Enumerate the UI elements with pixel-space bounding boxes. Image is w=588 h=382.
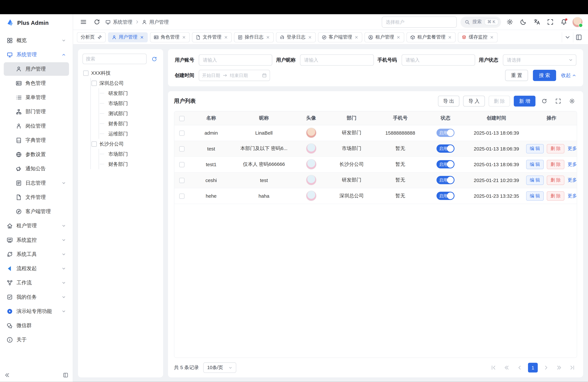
export-button[interactable]: 导 出 xyxy=(438,96,459,106)
delete-row-button[interactable]: 删 除 xyxy=(547,160,565,169)
tab-user-management[interactable]: 用户管理 xyxy=(108,32,147,42)
user-nickname-input[interactable] xyxy=(300,54,374,66)
sidebar-item-file-management[interactable]: 文件管理 xyxy=(4,191,69,204)
reset-button[interactable]: 重 置 xyxy=(505,70,528,81)
more-button[interactable]: 更多 xyxy=(567,177,577,183)
tree-expander-icon[interactable] xyxy=(83,70,88,75)
tree-node[interactable]: 深圳总公司 xyxy=(91,78,159,88)
tree-node[interactable]: 长沙分公司 xyxy=(91,139,159,149)
sidebar-item-system-monitor[interactable]: 系统监控 xyxy=(4,233,69,247)
sidebar-item-dict-management[interactable]: 字典管理 xyxy=(4,133,69,147)
table-settings-button[interactable] xyxy=(567,96,577,106)
tree-expander-icon[interactable] xyxy=(91,141,97,146)
tab-tenant-management[interactable]: 租户管理 xyxy=(365,32,404,42)
user-status-select[interactable]: 请选择 xyxy=(503,54,576,66)
tabs-dropdown-button[interactable] xyxy=(562,32,573,42)
fullscreen-button[interactable] xyxy=(545,17,555,27)
sidebar-item-role-management[interactable]: 角色管理 xyxy=(4,76,69,90)
sidebar-collapse-icon[interactable] xyxy=(5,373,10,378)
sidebar-item-param-settings[interactable]: 参数设置 xyxy=(4,148,69,161)
table-refresh-button[interactable] xyxy=(539,96,549,106)
tab-operation-log[interactable]: 操作日志 xyxy=(234,32,273,42)
sidebar-item-wechat-group[interactable]: 微信群 xyxy=(4,319,69,333)
tree-expander-icon[interactable] xyxy=(91,80,97,85)
jump-back-button[interactable] xyxy=(502,363,512,373)
status-toggle[interactable]: 启用 xyxy=(436,145,454,153)
tab-file-management[interactable]: 文件管理 xyxy=(192,32,231,42)
close-icon[interactable] xyxy=(308,35,312,39)
tab-role-management[interactable]: 角色管理 xyxy=(150,32,189,42)
sidebar-item-my-tasks[interactable]: 我的任务 xyxy=(4,290,69,304)
delete-button[interactable]: 删 除 xyxy=(488,96,510,106)
tree-node[interactable]: 测试部门 xyxy=(99,108,159,119)
row-checkbox[interactable] xyxy=(179,162,185,167)
tab-cache-monitor[interactable]: 缓存监控 xyxy=(458,32,498,42)
breadcrumb-item-user-management[interactable]: 用户管理 xyxy=(142,19,169,25)
close-icon[interactable] xyxy=(182,35,186,39)
status-toggle[interactable]: 启用 xyxy=(436,192,454,200)
close-icon[interactable] xyxy=(140,35,144,39)
sidebar-item-menu-management[interactable]: 菜单管理 xyxy=(4,91,69,105)
tree-node[interactable]: 财务部门 xyxy=(99,119,159,129)
sidebar-item-process-start[interactable]: 流程发起 xyxy=(4,262,69,276)
sidebar-item-workflow[interactable]: 工作流 xyxy=(4,276,69,290)
dark-mode-button[interactable] xyxy=(518,17,528,27)
menu-toggle-button[interactable] xyxy=(78,17,88,27)
tree-refresh-button[interactable] xyxy=(150,54,159,64)
settings-button[interactable] xyxy=(505,17,514,27)
close-icon[interactable] xyxy=(266,35,270,39)
refresh-page-button[interactable] xyxy=(92,17,102,27)
sidebar-item-about[interactable]: 关于 xyxy=(4,333,69,347)
sidebar-item-user-management[interactable]: 用户管理 xyxy=(4,62,69,76)
tab-analysis[interactable]: 分析页 xyxy=(77,32,106,42)
add-button[interactable]: 新 增 xyxy=(514,96,535,106)
row-checkbox[interactable] xyxy=(179,146,185,151)
app-logo[interactable]: Plus Admin xyxy=(0,14,73,31)
page-size-select[interactable]: 10条/页 xyxy=(203,362,236,373)
tab-client-management[interactable]: 客户端管理 xyxy=(318,32,362,42)
tree-node[interactable]: 市场部门 xyxy=(99,149,159,159)
close-icon[interactable] xyxy=(224,35,228,39)
global-search[interactable]: 搜索 ⌘ K xyxy=(460,16,501,28)
prev-page-button[interactable] xyxy=(515,363,525,373)
collapse-filters-link[interactable]: 收起 xyxy=(561,72,576,79)
edit-button[interactable]: 编 辑 xyxy=(526,144,544,153)
edit-button[interactable]: 编 辑 xyxy=(526,191,544,200)
more-button[interactable]: 更多 xyxy=(567,161,577,168)
import-button[interactable]: 导 入 xyxy=(463,96,485,106)
sidebar-item-client-management[interactable]: 客户端管理 xyxy=(4,205,69,218)
row-checkbox[interactable] xyxy=(179,193,185,199)
language-button[interactable] xyxy=(532,17,542,27)
status-toggle[interactable]: 启用 xyxy=(436,176,454,184)
sidebar-item-notice-announcement[interactable]: 通知公告 xyxy=(4,162,69,176)
sidebar-item-system-management[interactable]: 系统管理 xyxy=(4,48,69,62)
phone-number-input[interactable] xyxy=(401,54,475,66)
edit-button[interactable]: 编 辑 xyxy=(526,175,544,185)
jump-forward-button[interactable] xyxy=(554,363,564,373)
tree-node[interactable]: XXX科技 xyxy=(83,68,159,78)
close-icon[interactable] xyxy=(448,35,452,39)
more-button[interactable]: 更多 xyxy=(567,146,577,152)
sidebar-item-demo-features[interactable]: 演示站专用功能 xyxy=(4,305,69,318)
tree-node[interactable]: 市场部门 xyxy=(99,98,159,108)
tree-search-input[interactable] xyxy=(83,54,147,64)
breadcrumb-item-system-management[interactable]: 系统管理 xyxy=(105,19,132,25)
close-icon[interactable] xyxy=(397,35,400,39)
delete-row-button[interactable]: 删 除 xyxy=(547,144,565,153)
create-time-daterange[interactable]: 开始日期结束日期 xyxy=(199,70,270,81)
sidebar-pin-icon[interactable] xyxy=(63,373,68,378)
row-checkbox[interactable] xyxy=(179,130,185,136)
table-fullscreen-button[interactable] xyxy=(553,96,563,106)
tree-node[interactable]: 研发部门 xyxy=(99,88,159,98)
user-account-input[interactable] xyxy=(199,54,273,66)
sidebar-item-post-management[interactable]: 岗位管理 xyxy=(4,119,69,133)
status-toggle[interactable]: 启用 xyxy=(436,128,454,137)
row-checkbox[interactable] xyxy=(179,178,185,183)
close-icon[interactable] xyxy=(355,35,358,39)
close-icon[interactable] xyxy=(490,35,494,39)
delete-row-button[interactable]: 删 除 xyxy=(547,175,565,185)
search-button[interactable]: 搜 索 xyxy=(533,70,556,81)
tab-tenant-package-management[interactable]: 租户套餐管理 xyxy=(407,32,456,42)
status-toggle[interactable]: 启用 xyxy=(436,160,454,169)
current-page-button[interactable]: 1 xyxy=(528,363,538,373)
